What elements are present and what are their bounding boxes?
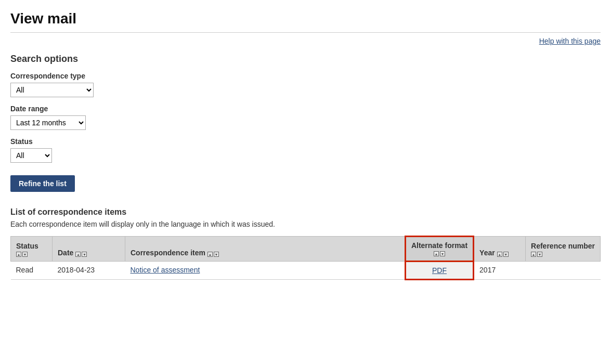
correspondence-type-select[interactable]: All Notice Letter Statement <box>10 83 94 97</box>
correspondence-table: Status ▲ ▼ Date <box>10 236 601 280</box>
date-range-group: Date range Last 12 months Last 6 months … <box>10 105 601 130</box>
col-header-alternate-format: Alternate format ▲ ▼ <box>405 237 473 262</box>
year-sort-up[interactable]: ▲ <box>497 252 502 257</box>
col-status-label: Status <box>16 242 38 250</box>
col-correspondence-item-label: Correspondence item <box>131 249 205 257</box>
list-description: Each correspondence item will display on… <box>10 220 601 228</box>
status-sort-up[interactable]: ▲ <box>16 252 21 257</box>
col-year-label: Year <box>479 249 495 257</box>
alt-sort-down[interactable]: ▼ <box>440 251 445 256</box>
correspondence-item-link[interactable]: Notice of assessment <box>131 266 200 274</box>
row-date: 2018-04-23 <box>53 262 125 280</box>
col-header-status: Status ▲ ▼ <box>11 237 53 262</box>
col-header-reference-number: Reference number ▲ ▼ <box>526 237 601 262</box>
row-year: 2017 <box>474 262 526 280</box>
title-divider <box>10 32 601 33</box>
list-section: List of correspondence items Each corres… <box>10 207 601 280</box>
list-section-title: List of correspondence items <box>10 207 601 217</box>
status-group: Status All Read Unread <box>10 137 601 163</box>
status-sort-down[interactable]: ▼ <box>22 252 28 257</box>
col-alternate-format-label: Alternate format <box>411 241 467 250</box>
correspondence-type-group: Correspondence type All Notice Letter St… <box>10 72 601 97</box>
search-options-title: Search options <box>10 54 601 64</box>
sort-up-arrow[interactable]: ▲ <box>16 252 21 257</box>
row-status: Read <box>11 262 53 280</box>
col-header-correspondence-item: Correspondence item ▲ ▼ <box>125 237 406 262</box>
sort-down-arrow[interactable]: ▼ <box>22 252 28 257</box>
corr-sort-down[interactable]: ▼ <box>214 252 219 257</box>
col-date-label: Date <box>58 249 73 257</box>
alt-sort-up[interactable]: ▲ <box>434 251 439 256</box>
col-header-date: Date ▲ ▼ <box>53 237 125 262</box>
date-range-label: Date range <box>10 105 601 113</box>
correspondence-type-label: Correspondence type <box>10 72 601 80</box>
ref-sort-down[interactable]: ▼ <box>537 252 542 257</box>
help-link[interactable]: Help with this page <box>539 37 601 45</box>
row-alternate-format: PDF <box>405 262 473 280</box>
date-sort-down[interactable]: ▼ <box>82 252 87 257</box>
refine-list-button[interactable]: Refine the list <box>10 175 75 192</box>
status-select[interactable]: All Read Unread <box>10 148 52 163</box>
ref-sort-up[interactable]: ▲ <box>531 252 536 257</box>
row-reference-number <box>526 262 601 280</box>
date-range-select[interactable]: Last 12 months Last 6 months Last 3 mont… <box>10 115 86 130</box>
col-reference-number-label: Reference number <box>531 242 595 250</box>
row-correspondence-item: Notice of assessment <box>125 262 406 280</box>
year-sort-down[interactable]: ▼ <box>503 252 509 257</box>
alternate-format-link[interactable]: PDF <box>432 266 447 275</box>
col-header-year: Year ▲ ▼ <box>474 237 526 262</box>
search-options-section: Search options Correspondence type All N… <box>10 54 601 192</box>
table-row: Read2018-04-23Notice of assessmentPDF201… <box>11 262 601 280</box>
status-label: Status <box>10 137 601 146</box>
corr-sort-up[interactable]: ▲ <box>207 252 213 257</box>
page-title: View mail <box>10 10 601 27</box>
date-sort-up[interactable]: ▲ <box>75 252 81 257</box>
